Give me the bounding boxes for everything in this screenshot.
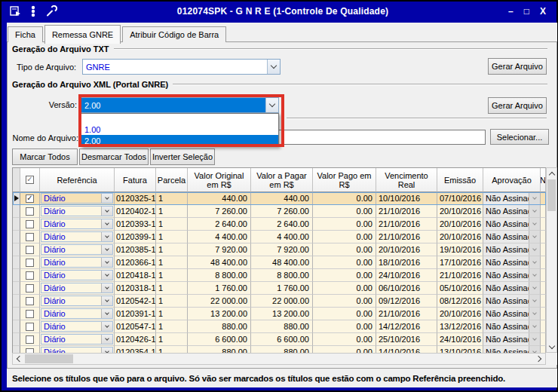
table-row[interactable]: Diário 0120547-1 1 880.00 880.00 0.00 14…	[13, 320, 546, 333]
close-button[interactable]: X	[540, 6, 546, 17]
header-valor-a-pagar[interactable]: Valor a Pagar em R$	[251, 168, 313, 192]
fatura-cell[interactable]: 0120542-1	[115, 295, 156, 308]
fatura-cell[interactable]: 0120418-1	[115, 269, 156, 282]
valor-pago-cell[interactable]: 0.00	[313, 231, 376, 243]
referencia-cell[interactable]: Diário	[40, 346, 115, 353]
valor-original-cell[interactable]: 880.00	[188, 320, 251, 333]
valor-a-pagar-cell[interactable]: 6 600.00	[251, 333, 313, 346]
parcela-cell[interactable]: 1	[156, 192, 188, 205]
row-checkbox[interactable]	[26, 271, 34, 280]
combo-dropdown-button[interactable]	[101, 283, 112, 292]
referencia-cell[interactable]: Diário	[40, 295, 115, 308]
fatura-cell[interactable]: 0120366-1	[115, 256, 156, 269]
valor-a-pagar-cell[interactable]: 48 400.00	[251, 256, 313, 269]
referencia-cell[interactable]: Diário	[40, 218, 115, 231]
row-checkbox-cell[interactable]	[20, 333, 40, 346]
combo-dropdown-button[interactable]	[101, 194, 112, 203]
dropdown-option[interactable]: 2.00	[81, 135, 278, 146]
emissao-cell[interactable]: 20/10/2016	[437, 308, 483, 320]
aprovacao-cell[interactable]: Não Assinado	[483, 192, 541, 205]
row-checkbox-cell[interactable]	[20, 218, 40, 231]
aprovacao-cell[interactable]: Não Assinado	[483, 333, 541, 346]
referencia-combobox[interactable]: Diário	[41, 193, 113, 204]
vencimento-real-cell[interactable]: 21/10/2016	[376, 218, 437, 231]
row-checkbox[interactable]	[26, 323, 34, 331]
parcela-cell[interactable]: 1	[156, 205, 188, 218]
table-row[interactable]: Diário 0120399-1 1 4 400.00 4 400.00 0.0…	[13, 231, 546, 243]
header-referencia[interactable]: Referência	[40, 168, 115, 192]
vencimento-real-cell[interactable]: 10/10/2016	[376, 192, 437, 205]
aprovacao-cell[interactable]: Não Assinado	[483, 346, 541, 353]
referencia-cell[interactable]: Diário	[40, 308, 115, 320]
referencia-combobox[interactable]: Diário	[41, 219, 113, 229]
header-fatura[interactable]: Fatura	[115, 168, 156, 192]
valor-a-pagar-cell[interactable]: 440.00	[251, 192, 313, 205]
row-checkbox[interactable]	[26, 233, 34, 241]
minimize-button[interactable]: –	[508, 6, 514, 17]
tab-atribuir-codigo-de-barra[interactable]: Atribuir Código de Barra	[122, 26, 226, 42]
vencimento-real-cell[interactable]: 20/10/2016	[376, 243, 437, 256]
valor-pago-cell[interactable]: 0.00	[313, 333, 376, 346]
table-row[interactable]: Diário 0120385-1 1 7 920.00 7 920.00 0.0…	[13, 243, 546, 256]
valor-a-pagar-cell[interactable]: 22 000.00	[251, 295, 313, 308]
combo-dropdown-button[interactable]	[101, 335, 112, 344]
valor-a-pagar-cell[interactable]: 8 800.00	[251, 269, 313, 282]
table-row[interactable]: Diário 0120418-1 1 8 800.00 8 800.00 0.0…	[13, 269, 546, 282]
aprovacao-cell[interactable]: Não Assinado	[483, 320, 541, 333]
referencia-combobox[interactable]: Diário	[41, 308, 113, 319]
valor-pago-cell[interactable]: 0.00	[313, 308, 376, 320]
valor-a-pagar-cell[interactable]: 880.00	[251, 346, 313, 353]
vencimento-real-cell[interactable]: 14/12/2016	[376, 320, 437, 333]
tab-remessa-gnre[interactable]: Remessa GNRE	[44, 25, 121, 44]
valor-original-cell[interactable]: 1 760.00	[188, 282, 251, 295]
vencimento-real-cell[interactable]: 24/10/2016	[376, 269, 437, 282]
vencimento-real-cell[interactable]: 09/12/2016	[376, 295, 437, 308]
dropdown-option[interactable]	[81, 114, 278, 124]
scroll-up-button[interactable]	[547, 168, 556, 179]
combo-dropdown-button[interactable]	[265, 98, 278, 112]
referencia-cell[interactable]: Diário	[40, 231, 115, 243]
aprovacao-cell[interactable]: Não Assinado	[483, 282, 541, 295]
vencimento-real-cell[interactable]: 06/10/2016	[376, 282, 437, 295]
row-checkbox-cell[interactable]	[20, 308, 40, 320]
header-vencimento-real[interactable]: Vencimento Real	[376, 168, 437, 192]
combo-dropdown-button[interactable]	[101, 296, 112, 305]
versao-combobox[interactable]: 2.00	[81, 97, 279, 113]
fatura-cell[interactable]: 0120426-1	[115, 333, 156, 346]
row-checkbox-cell[interactable]	[20, 192, 40, 205]
valor-pago-cell[interactable]: 0.00	[313, 282, 376, 295]
emissao-cell[interactable]: 19/10/2016	[437, 243, 483, 256]
referencia-combobox[interactable]: Diário	[41, 296, 113, 306]
scroll-down-button[interactable]	[547, 341, 556, 352]
row-checkbox[interactable]	[26, 284, 34, 292]
table-row[interactable]: Diário 0120393-1 1 2 640.00 2 640.00 0.0…	[13, 218, 546, 231]
referencia-cell[interactable]: Diário	[40, 205, 115, 218]
referencia-combobox[interactable]: Diário	[41, 283, 113, 293]
fatura-cell[interactable]: 0120318-1	[115, 282, 156, 295]
row-checkbox[interactable]	[26, 297, 34, 305]
table-row[interactable]: Diário 0120354-1 1 880.00 880.00 0.00 14…	[13, 346, 546, 353]
valor-pago-cell[interactable]: 0.00	[313, 256, 376, 269]
table-row[interactable]: Diário 0120366-1 1 48 400.00 48 400.00 0…	[13, 256, 546, 269]
emissao-cell[interactable]: 24/10/2016	[437, 333, 483, 346]
fatura-cell[interactable]: 0120391-1	[115, 308, 156, 320]
referencia-cell[interactable]: Diário	[40, 320, 115, 333]
row-checkbox-cell[interactable]	[20, 243, 40, 256]
row-checkbox-cell[interactable]	[20, 231, 40, 243]
tipo-de-arquivo-combobox[interactable]: GNRE	[82, 59, 281, 75]
valor-original-cell[interactable]: 4 400.00	[188, 231, 251, 243]
row-checkbox[interactable]	[26, 246, 34, 254]
vertical-scroll-thumb[interactable]	[547, 179, 556, 211]
emissao-cell[interactable]: 08/12/2016	[437, 295, 483, 308]
table-row[interactable]: Diário 0120391-1 1 13 200.00 13 200.00 0…	[13, 308, 546, 320]
parcela-cell[interactable]: 1	[156, 320, 188, 333]
row-checkbox[interactable]	[26, 310, 34, 318]
row-checkbox[interactable]	[26, 220, 34, 228]
valor-pago-cell[interactable]: 0.00	[313, 205, 376, 218]
gerar-arquivo-xml-button[interactable]: Gerar Arquivo	[488, 97, 547, 114]
vencimento-real-cell[interactable]: 21/10/2016	[376, 231, 437, 243]
row-checkbox[interactable]	[26, 194, 34, 203]
header-valor-original[interactable]: Valor Original em R$	[188, 168, 251, 192]
gerar-arquivo-txt-button[interactable]: Gerar Arquivo	[488, 58, 547, 75]
vencimento-real-cell[interactable]: 21/10/2016	[376, 205, 437, 218]
